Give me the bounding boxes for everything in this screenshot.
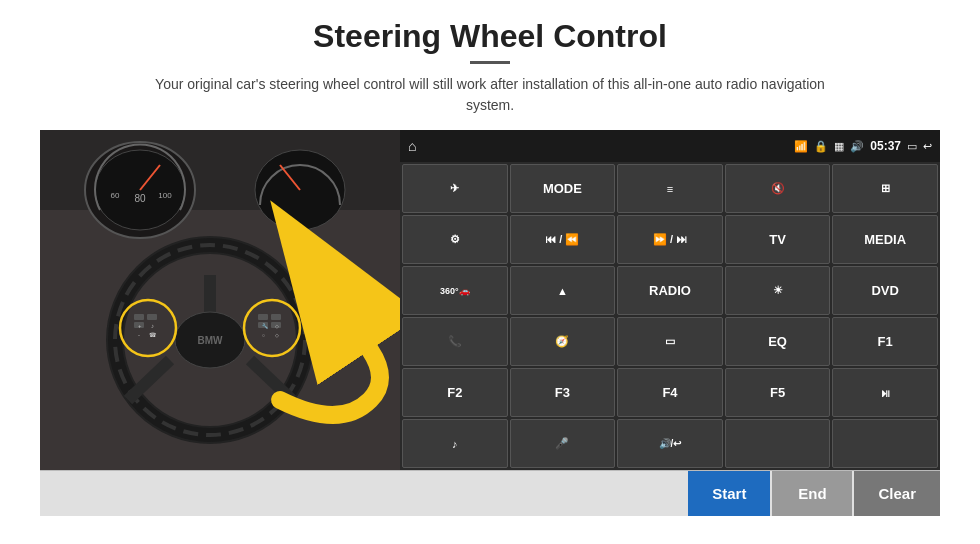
- btn-media[interactable]: MEDIA: [832, 215, 938, 264]
- svg-text:○: ○: [262, 332, 265, 338]
- btn-navi[interactable]: 🧭: [510, 317, 616, 366]
- svg-text:◇: ◇: [275, 332, 279, 338]
- list-icon: ≡: [667, 183, 673, 195]
- prev-icon: ⏮ / ⏪: [545, 233, 579, 246]
- page-container: Steering Wheel Control Your original car…: [0, 0, 980, 544]
- btn-apps[interactable]: ⊞: [832, 164, 938, 213]
- btn-mute[interactable]: 🔇: [725, 164, 831, 213]
- radio-label: RADIO: [649, 283, 691, 298]
- sim-icon: ▦: [834, 140, 844, 153]
- f5-label: F5: [770, 385, 785, 400]
- playpause-icon: ⏯: [880, 387, 891, 399]
- f4-label: F4: [662, 385, 677, 400]
- svg-text:80: 80: [134, 193, 146, 204]
- btn-music[interactable]: ♪: [402, 419, 508, 468]
- clear-button[interactable]: Clear: [854, 471, 940, 516]
- svg-text:60: 60: [111, 191, 120, 200]
- btn-mic[interactable]: 🎤: [510, 419, 616, 468]
- home-icon: ⌂: [408, 138, 416, 154]
- vol-phone-icon: 🔊/↩: [659, 438, 682, 449]
- svg-text:100: 100: [158, 191, 172, 200]
- svg-rect-28: [271, 314, 281, 320]
- btn-screen[interactable]: ▭: [617, 317, 723, 366]
- btn-settings[interactable]: ⚙: [402, 215, 508, 264]
- btn-next[interactable]: ⏩ / ⏭: [617, 215, 723, 264]
- brightness-icon: ☀: [773, 284, 783, 297]
- apps-icon: ⊞: [881, 182, 890, 195]
- btn-dvd[interactable]: DVD: [832, 266, 938, 315]
- btn-f5[interactable]: F5: [725, 368, 831, 417]
- btn-mode[interactable]: MODE: [510, 164, 616, 213]
- svg-rect-19: [134, 314, 144, 320]
- btn-eject[interactable]: ▲: [510, 266, 616, 315]
- 360-icon: 360°🚗: [440, 286, 470, 296]
- btn-empty2: [832, 419, 938, 468]
- next-icon: ⏩ / ⏭: [653, 233, 687, 246]
- back-icon: ↩: [923, 140, 932, 153]
- tv-label: TV: [769, 232, 786, 247]
- svg-text:♪: ♪: [151, 323, 154, 329]
- bottom-bar: Start End Clear: [40, 470, 940, 516]
- screen-icon: ▭: [907, 140, 917, 153]
- f1-label: F1: [878, 334, 893, 349]
- btn-empty1: [725, 419, 831, 468]
- car-image: 80 60 100: [40, 130, 400, 470]
- navi-icon: 🧭: [555, 335, 569, 348]
- btn-prev[interactable]: ⏮ / ⏪: [510, 215, 616, 264]
- svg-text:◇: ◇: [275, 323, 279, 329]
- mic-icon: 🎤: [555, 437, 569, 450]
- end-button[interactable]: End: [772, 471, 852, 516]
- btn-tv[interactable]: TV: [725, 215, 831, 264]
- dvd-label: DVD: [871, 283, 898, 298]
- nav-icon: ✈: [450, 182, 459, 195]
- page-title: Steering Wheel Control: [313, 18, 667, 55]
- btn-brightness[interactable]: ☀: [725, 266, 831, 315]
- svg-text:☎: ☎: [149, 332, 157, 338]
- music-icon: ♪: [452, 438, 458, 450]
- phone-icon: 📞: [448, 335, 462, 348]
- btn-list[interactable]: ≡: [617, 164, 723, 213]
- status-right: 📶 🔒 ▦ 🔊 05:37 ▭ ↩: [794, 139, 932, 153]
- svg-text:BMW: BMW: [198, 335, 224, 346]
- control-panel: ⌂ 📶 🔒 ▦ 🔊 05:37 ▭ ↩ ✈ MODE ≡ 🔇: [400, 130, 940, 470]
- f3-label: F3: [555, 385, 570, 400]
- screen-btn-icon: ▭: [665, 335, 675, 348]
- mode-label: MODE: [543, 181, 582, 196]
- status-time: 05:37: [870, 139, 901, 153]
- wifi-icon: 📶: [794, 140, 808, 153]
- btn-radio[interactable]: RADIO: [617, 266, 723, 315]
- btn-f1[interactable]: F1: [832, 317, 938, 366]
- svg-rect-20: [147, 314, 157, 320]
- status-left: ⌂: [408, 138, 416, 154]
- svg-rect-27: [258, 314, 268, 320]
- btn-nav[interactable]: ✈: [402, 164, 508, 213]
- settings-icon: ⚙: [450, 233, 460, 246]
- page-subtitle: Your original car's steering wheel contr…: [140, 74, 840, 116]
- lock-icon: 🔒: [814, 140, 828, 153]
- btn-f4[interactable]: F4: [617, 368, 723, 417]
- f2-label: F2: [447, 385, 462, 400]
- start-button[interactable]: Start: [688, 471, 770, 516]
- svg-text:-: -: [138, 332, 140, 338]
- btn-playpause[interactable]: ⏯: [832, 368, 938, 417]
- btn-phone[interactable]: 📞: [402, 317, 508, 366]
- mute-icon: 🔇: [771, 182, 785, 195]
- btn-vol-phone[interactable]: 🔊/↩: [617, 419, 723, 468]
- audio-icon: 🔊: [850, 140, 864, 153]
- svg-text:+: +: [138, 323, 142, 329]
- btn-360[interactable]: 360°🚗: [402, 266, 508, 315]
- btn-f2[interactable]: F2: [402, 368, 508, 417]
- eq-label: EQ: [768, 334, 787, 349]
- media-label: MEDIA: [864, 232, 906, 247]
- panel-statusbar: ⌂ 📶 🔒 ▦ 🔊 05:37 ▭ ↩: [400, 130, 940, 162]
- btn-eq[interactable]: EQ: [725, 317, 831, 366]
- title-underline: [470, 61, 510, 64]
- panel-grid: ✈ MODE ≡ 🔇 ⊞ ⚙ ⏮ / ⏪ ⏩ / ⏭ TV MEDIA 360°…: [400, 162, 940, 470]
- eject-icon: ▲: [557, 285, 568, 297]
- btn-f3[interactable]: F3: [510, 368, 616, 417]
- content-row: 80 60 100: [40, 130, 940, 470]
- svg-text:🔧: 🔧: [262, 323, 269, 330]
